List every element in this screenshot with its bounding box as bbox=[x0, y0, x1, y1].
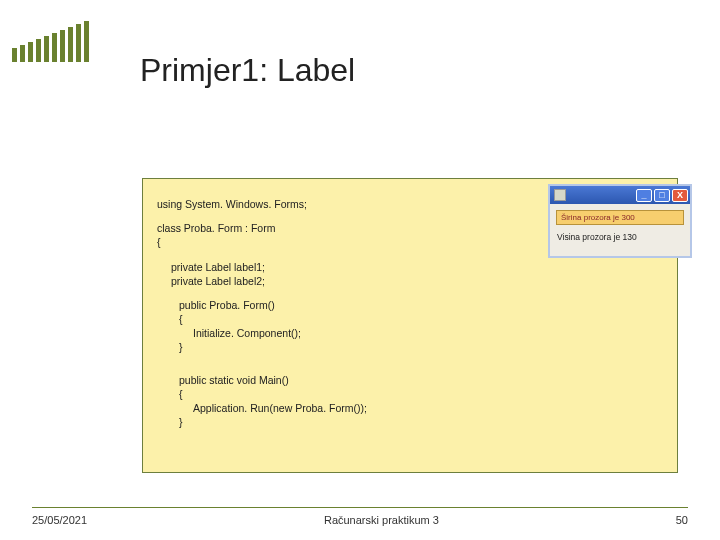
maximize-button[interactable]: □ bbox=[654, 189, 670, 202]
code-line: Application. Run(new Proba. Form()); bbox=[157, 401, 665, 415]
minimize-button[interactable]: _ bbox=[636, 189, 652, 202]
window-buttons: _ □ X bbox=[636, 189, 688, 202]
code-line: } bbox=[157, 340, 665, 354]
slide-title: Primjer1: Label bbox=[140, 52, 355, 89]
footer-course: Računarski praktikum 3 bbox=[324, 514, 439, 526]
close-button[interactable]: X bbox=[672, 189, 688, 202]
code-line: private Label label1; bbox=[157, 260, 665, 274]
window-app-icon bbox=[554, 189, 566, 201]
code-line: public static void Main() bbox=[157, 373, 665, 387]
code-line: public Proba. Form() bbox=[157, 298, 665, 312]
slide-footer: 25/05/2021 Računarski praktikum 3 50 bbox=[32, 507, 688, 526]
window-client-area: Širina prozora je 300 Visina prozora je … bbox=[550, 204, 690, 256]
footer-date: 25/05/2021 bbox=[32, 514, 87, 526]
window-titlebar: _ □ X bbox=[550, 186, 690, 204]
code-line: Initialize. Component(); bbox=[157, 326, 665, 340]
label1-control: Širina prozora je 300 bbox=[556, 210, 684, 225]
code-line: private Label label2; bbox=[157, 274, 665, 288]
code-line: { bbox=[157, 312, 665, 326]
decor-bars bbox=[12, 20, 89, 62]
code-line: { bbox=[157, 387, 665, 401]
example-window: _ □ X Širina prozora je 300 Visina prozo… bbox=[548, 184, 692, 258]
label2-control: Visina prozora je 130 bbox=[556, 230, 684, 244]
code-line: } bbox=[157, 415, 665, 429]
footer-page: 50 bbox=[676, 514, 688, 526]
